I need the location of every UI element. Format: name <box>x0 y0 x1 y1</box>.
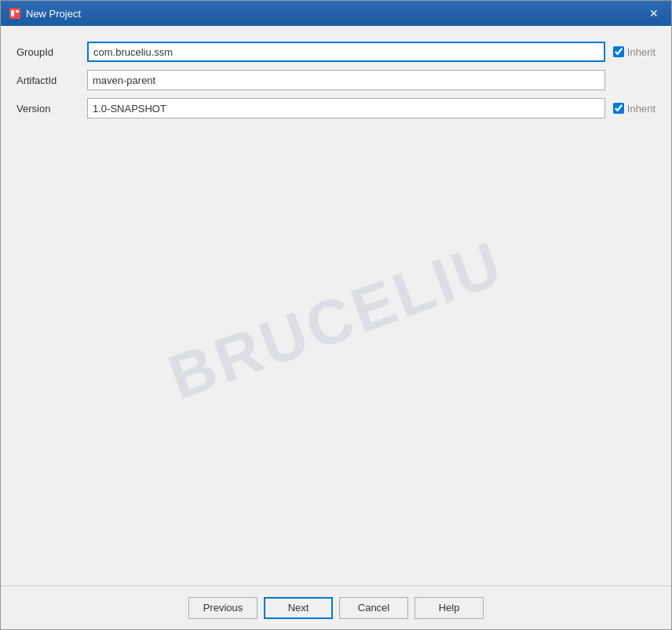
version-label: Version <box>16 103 79 115</box>
artifact-id-label: ArtifactId <box>16 75 79 86</box>
version-input[interactable] <box>87 98 605 118</box>
group-id-inherit-container: Inherit <box>613 46 656 58</box>
help-button[interactable]: Help <box>415 597 484 619</box>
content-area: GroupId Inherit ArtifactId Version Inher… <box>1 26 671 585</box>
svg-rect-1 <box>11 10 14 16</box>
title-bar: New Project ✕ <box>1 1 671 26</box>
group-id-inherit-label: Inherit <box>627 46 656 58</box>
dialog-title: New Project <box>26 8 645 20</box>
group-id-label: GroupId <box>16 46 79 58</box>
svg-rect-2 <box>16 10 19 13</box>
app-icon <box>9 7 21 20</box>
close-button[interactable]: ✕ <box>645 4 663 23</box>
next-button[interactable]: Next <box>264 597 333 619</box>
group-id-inherit-checkbox[interactable] <box>613 46 624 57</box>
watermark: BRUCELIU <box>159 227 513 414</box>
new-project-dialog: New Project ✕ GroupId Inherit ArtifactId… <box>0 0 672 630</box>
button-bar: Previous Next Cancel Help <box>1 585 671 629</box>
version-inherit-checkbox[interactable] <box>613 103 624 114</box>
version-inherit-container: Inherit <box>613 103 656 115</box>
artifact-id-input[interactable] <box>87 70 605 90</box>
cancel-button[interactable]: Cancel <box>339 597 408 619</box>
previous-button[interactable]: Previous <box>188 597 257 619</box>
version-inherit-label: Inherit <box>627 103 656 115</box>
form-grid: GroupId Inherit ArtifactId Version Inher… <box>16 42 656 118</box>
group-id-input[interactable] <box>87 42 605 62</box>
